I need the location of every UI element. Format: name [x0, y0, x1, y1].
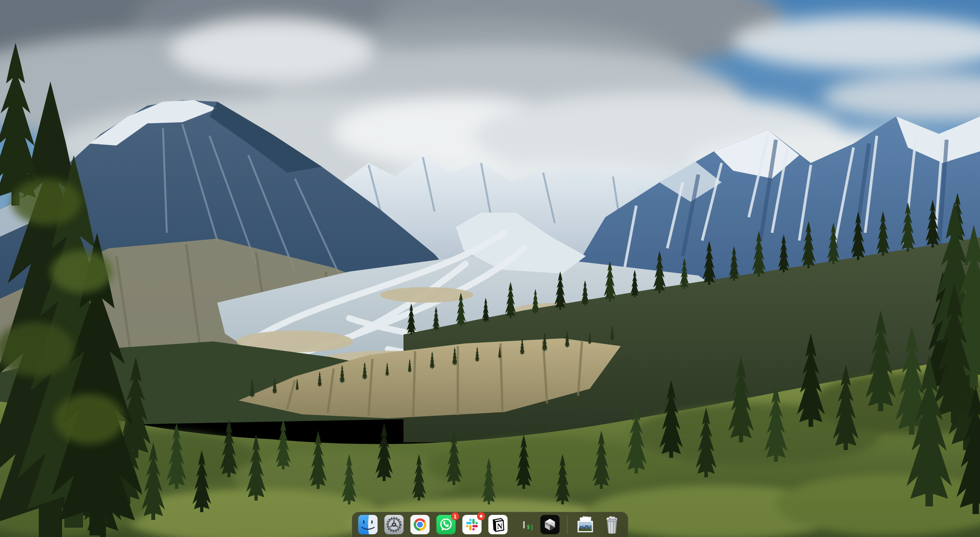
- notion-icon: N: [488, 515, 508, 534]
- image-stack-icon: [575, 515, 596, 534]
- dock-item-cursor[interactable]: [540, 515, 560, 534]
- desktop[interactable]: 1: [0, 0, 980, 537]
- dock-item-whatsapp[interactable]: 1: [436, 515, 456, 534]
- dock-item-finder[interactable]: [358, 515, 378, 534]
- chrome-icon: [410, 515, 430, 534]
- wallpaper-image: [0, 0, 980, 537]
- cursor-icon: [540, 515, 560, 534]
- dock-item-trash[interactable]: [603, 515, 622, 534]
- dock-item-terminal[interactable]: $|: [514, 515, 534, 534]
- dock-item-chrome[interactable]: [410, 515, 430, 534]
- terminal-icon: $|: [523, 521, 525, 528]
- finder-icon: [358, 515, 378, 534]
- dock-item-downloads[interactable]: [575, 515, 596, 534]
- slack-badge: [477, 512, 485, 520]
- slack-badge-dot: [480, 515, 483, 518]
- whatsapp-badge: 1: [451, 512, 459, 520]
- dock-item-slack[interactable]: [462, 515, 482, 534]
- dock-item-system-settings[interactable]: [384, 515, 404, 534]
- dock-separator: [567, 516, 568, 534]
- notion-letter: N: [497, 522, 502, 530]
- gear-icon: [384, 515, 404, 534]
- dock-item-notion[interactable]: N: [488, 515, 508, 534]
- dock: 1: [352, 512, 629, 537]
- trash-full-icon: [603, 515, 622, 534]
